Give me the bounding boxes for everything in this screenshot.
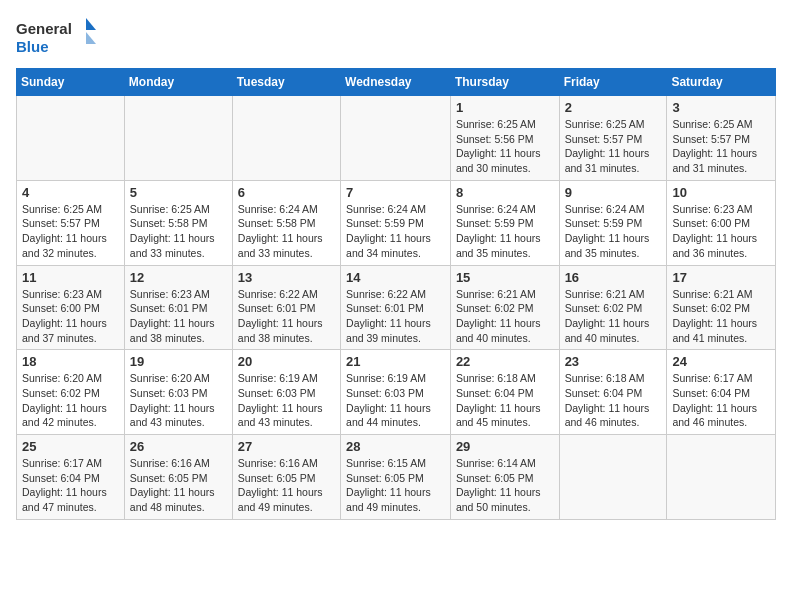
day-number: 21 [346,354,445,369]
day-cell: 4Sunrise: 6:25 AM Sunset: 5:57 PM Daylig… [17,180,125,265]
day-cell: 2Sunrise: 6:25 AM Sunset: 5:57 PM Daylig… [559,96,667,181]
day-number: 20 [238,354,335,369]
day-info: Sunrise: 6:24 AM Sunset: 5:59 PM Dayligh… [346,202,445,261]
day-info: Sunrise: 6:23 AM Sunset: 6:01 PM Dayligh… [130,287,227,346]
day-info: Sunrise: 6:20 AM Sunset: 6:02 PM Dayligh… [22,371,119,430]
day-number: 29 [456,439,554,454]
day-number: 28 [346,439,445,454]
day-info: Sunrise: 6:24 AM Sunset: 5:59 PM Dayligh… [565,202,662,261]
day-cell: 8Sunrise: 6:24 AM Sunset: 5:59 PM Daylig… [450,180,559,265]
day-info: Sunrise: 6:25 AM Sunset: 5:57 PM Dayligh… [22,202,119,261]
day-cell: 15Sunrise: 6:21 AM Sunset: 6:02 PM Dayli… [450,265,559,350]
day-info: Sunrise: 6:16 AM Sunset: 6:05 PM Dayligh… [130,456,227,515]
day-cell: 6Sunrise: 6:24 AM Sunset: 5:58 PM Daylig… [232,180,340,265]
day-number: 13 [238,270,335,285]
day-cell: 11Sunrise: 6:23 AM Sunset: 6:00 PM Dayli… [17,265,125,350]
week-row-5: 25Sunrise: 6:17 AM Sunset: 6:04 PM Dayli… [17,435,776,520]
svg-text:Blue: Blue [16,38,49,55]
day-cell: 22Sunrise: 6:18 AM Sunset: 6:04 PM Dayli… [450,350,559,435]
day-cell [559,435,667,520]
day-cell: 19Sunrise: 6:20 AM Sunset: 6:03 PM Dayli… [124,350,232,435]
day-number: 7 [346,185,445,200]
day-number: 22 [456,354,554,369]
header-tuesday: Tuesday [232,69,340,96]
day-number: 27 [238,439,335,454]
day-number: 19 [130,354,227,369]
header-thursday: Thursday [450,69,559,96]
week-row-2: 4Sunrise: 6:25 AM Sunset: 5:57 PM Daylig… [17,180,776,265]
header-friday: Friday [559,69,667,96]
day-info: Sunrise: 6:22 AM Sunset: 6:01 PM Dayligh… [238,287,335,346]
day-info: Sunrise: 6:22 AM Sunset: 6:01 PM Dayligh… [346,287,445,346]
day-info: Sunrise: 6:19 AM Sunset: 6:03 PM Dayligh… [238,371,335,430]
logo: General Blue [16,16,96,60]
day-number: 23 [565,354,662,369]
day-info: Sunrise: 6:24 AM Sunset: 5:59 PM Dayligh… [456,202,554,261]
day-cell: 27Sunrise: 6:16 AM Sunset: 6:05 PM Dayli… [232,435,340,520]
day-number: 9 [565,185,662,200]
day-cell: 16Sunrise: 6:21 AM Sunset: 6:02 PM Dayli… [559,265,667,350]
day-cell [667,435,776,520]
calendar-table: SundayMondayTuesdayWednesdayThursdayFrid… [16,68,776,520]
day-cell: 5Sunrise: 6:25 AM Sunset: 5:58 PM Daylig… [124,180,232,265]
day-info: Sunrise: 6:23 AM Sunset: 6:00 PM Dayligh… [672,202,770,261]
day-number: 11 [22,270,119,285]
day-info: Sunrise: 6:20 AM Sunset: 6:03 PM Dayligh… [130,371,227,430]
day-number: 15 [456,270,554,285]
week-row-1: 1Sunrise: 6:25 AM Sunset: 5:56 PM Daylig… [17,96,776,181]
day-number: 14 [346,270,445,285]
day-cell: 28Sunrise: 6:15 AM Sunset: 6:05 PM Dayli… [341,435,451,520]
day-number: 3 [672,100,770,115]
calendar-header-row: SundayMondayTuesdayWednesdayThursdayFrid… [17,69,776,96]
day-info: Sunrise: 6:14 AM Sunset: 6:05 PM Dayligh… [456,456,554,515]
day-info: Sunrise: 6:17 AM Sunset: 6:04 PM Dayligh… [672,371,770,430]
day-cell: 21Sunrise: 6:19 AM Sunset: 6:03 PM Dayli… [341,350,451,435]
day-cell: 3Sunrise: 6:25 AM Sunset: 5:57 PM Daylig… [667,96,776,181]
day-cell [341,96,451,181]
header-saturday: Saturday [667,69,776,96]
day-cell: 10Sunrise: 6:23 AM Sunset: 6:00 PM Dayli… [667,180,776,265]
day-number: 17 [672,270,770,285]
day-cell [232,96,340,181]
svg-marker-3 [86,32,96,44]
day-info: Sunrise: 6:18 AM Sunset: 6:04 PM Dayligh… [456,371,554,430]
header-sunday: Sunday [17,69,125,96]
day-info: Sunrise: 6:21 AM Sunset: 6:02 PM Dayligh… [456,287,554,346]
day-number: 12 [130,270,227,285]
day-cell: 14Sunrise: 6:22 AM Sunset: 6:01 PM Dayli… [341,265,451,350]
day-info: Sunrise: 6:23 AM Sunset: 6:00 PM Dayligh… [22,287,119,346]
day-info: Sunrise: 6:16 AM Sunset: 6:05 PM Dayligh… [238,456,335,515]
day-cell: 29Sunrise: 6:14 AM Sunset: 6:05 PM Dayli… [450,435,559,520]
day-number: 4 [22,185,119,200]
day-cell: 18Sunrise: 6:20 AM Sunset: 6:02 PM Dayli… [17,350,125,435]
day-info: Sunrise: 6:24 AM Sunset: 5:58 PM Dayligh… [238,202,335,261]
logo-svg: General Blue [16,16,96,60]
day-number: 24 [672,354,770,369]
svg-text:General: General [16,20,72,37]
day-cell: 1Sunrise: 6:25 AM Sunset: 5:56 PM Daylig… [450,96,559,181]
day-number: 18 [22,354,119,369]
day-cell: 13Sunrise: 6:22 AM Sunset: 6:01 PM Dayli… [232,265,340,350]
day-info: Sunrise: 6:25 AM Sunset: 5:56 PM Dayligh… [456,117,554,176]
day-info: Sunrise: 6:18 AM Sunset: 6:04 PM Dayligh… [565,371,662,430]
day-cell [124,96,232,181]
day-info: Sunrise: 6:25 AM Sunset: 5:57 PM Dayligh… [565,117,662,176]
day-number: 6 [238,185,335,200]
week-row-4: 18Sunrise: 6:20 AM Sunset: 6:02 PM Dayli… [17,350,776,435]
day-info: Sunrise: 6:25 AM Sunset: 5:58 PM Dayligh… [130,202,227,261]
day-number: 10 [672,185,770,200]
day-number: 16 [565,270,662,285]
page-header: General Blue [16,16,776,60]
day-cell: 7Sunrise: 6:24 AM Sunset: 5:59 PM Daylig… [341,180,451,265]
day-cell: 23Sunrise: 6:18 AM Sunset: 6:04 PM Dayli… [559,350,667,435]
day-cell: 24Sunrise: 6:17 AM Sunset: 6:04 PM Dayli… [667,350,776,435]
day-info: Sunrise: 6:25 AM Sunset: 5:57 PM Dayligh… [672,117,770,176]
day-number: 5 [130,185,227,200]
day-number: 1 [456,100,554,115]
day-info: Sunrise: 6:21 AM Sunset: 6:02 PM Dayligh… [672,287,770,346]
day-cell: 25Sunrise: 6:17 AM Sunset: 6:04 PM Dayli… [17,435,125,520]
day-number: 25 [22,439,119,454]
day-number: 8 [456,185,554,200]
day-info: Sunrise: 6:15 AM Sunset: 6:05 PM Dayligh… [346,456,445,515]
day-cell: 9Sunrise: 6:24 AM Sunset: 5:59 PM Daylig… [559,180,667,265]
